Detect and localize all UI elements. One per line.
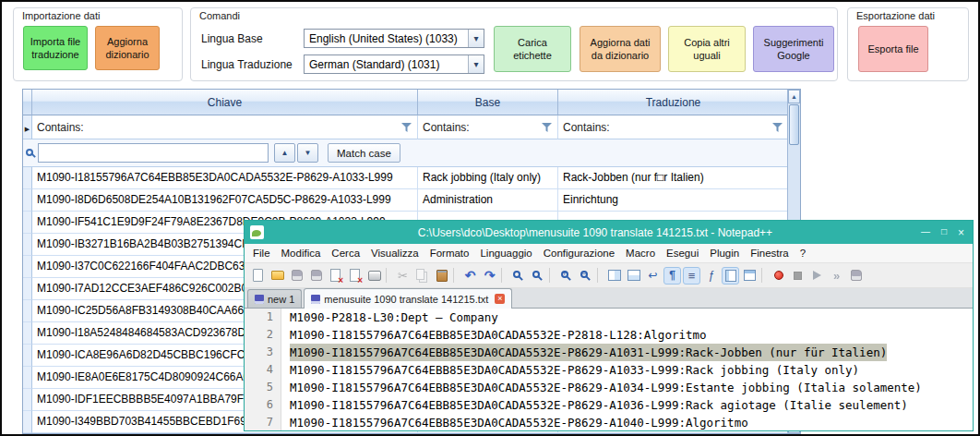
carica-etichette-button[interactable]: Carica etichette — [494, 26, 571, 72]
word-wrap-icon[interactable] — [644, 267, 662, 285]
toolbar-separator — [453, 268, 459, 283]
open-file-icon[interactable] — [269, 267, 286, 285]
row-selector-cell[interactable] — [23, 322, 32, 345]
save-all-icon[interactable] — [307, 267, 325, 285]
close-all-icon[interactable] — [346, 267, 364, 285]
replace-icon[interactable] — [529, 267, 546, 285]
suggerimenti-google-button[interactable]: Suggerimenti Google — [753, 26, 834, 72]
line-number: 4 — [245, 361, 281, 379]
menu-item[interactable]: ? — [795, 248, 811, 259]
chevron-down-icon[interactable] — [468, 30, 484, 47]
column-header-base[interactable]: Base — [418, 90, 558, 115]
redo-icon[interactable] — [481, 267, 498, 285]
cell-base[interactable]: Administration — [418, 189, 558, 212]
row-selector-cell[interactable] — [23, 345, 32, 367]
scroll-up-icon[interactable] — [788, 90, 800, 103]
copy-icon[interactable] — [413, 267, 431, 285]
toolbar-separator — [386, 268, 391, 283]
row-selector-cell[interactable] — [23, 234, 32, 256]
scrollbar-thumb[interactable] — [789, 104, 799, 145]
cell-chiave[interactable]: M1090-I18155796A7C64EBB85E3DA0CADA5532E-… — [32, 167, 418, 189]
column-header-traduzione[interactable]: Traduzione — [558, 90, 789, 115]
find-icon[interactable] — [509, 267, 527, 285]
zoom-out-icon[interactable] — [577, 267, 594, 285]
menu-item[interactable]: Esegui — [661, 248, 704, 259]
document-switcher-icon[interactable] — [741, 267, 759, 285]
row-selector-cell[interactable] — [23, 367, 32, 389]
row-selector-cell[interactable] — [23, 300, 32, 322]
filter-cell-chiave[interactable]: Contains: — [32, 115, 418, 139]
base-language-select[interactable]: English (United States) (1033) — [304, 29, 484, 48]
filter-cell-base[interactable]: Contains: — [418, 115, 558, 139]
search-input[interactable] — [38, 143, 269, 163]
undo-icon[interactable] — [461, 267, 479, 285]
row-selector-cell[interactable] — [23, 278, 32, 300]
menu-item[interactable]: Finestra — [745, 248, 795, 259]
paste-icon[interactable] — [433, 267, 450, 285]
zoom-in-icon[interactable] — [557, 267, 575, 285]
tab-new-1[interactable]: new 1 — [247, 289, 302, 308]
playback-macro-icon[interactable] — [808, 267, 826, 285]
stop-record-icon[interactable] — [789, 267, 807, 285]
cell-traduzione[interactable]: Einrichtung — [558, 189, 789, 212]
menu-item[interactable]: Visualizza — [365, 248, 424, 259]
minimize-icon[interactable] — [921, 226, 930, 239]
aggiorna-dizionario-button[interactable]: Aggiorna dizionario — [95, 26, 160, 70]
row-selector-cell[interactable] — [23, 189, 32, 212]
new-file-icon[interactable] — [249, 267, 267, 285]
row-selector-cell[interactable] — [23, 167, 32, 189]
cell-traduzione[interactable]: Rack-Jobben (nur f□r Italien) — [558, 167, 789, 189]
notepad-editor[interactable]: 1M1090-P2818-L30:Dept – Company2M1090-I1… — [245, 309, 973, 430]
record-macro-icon[interactable] — [770, 267, 787, 285]
filter-funnel-icon[interactable] — [772, 123, 783, 132]
row-selector-cell[interactable] — [23, 212, 32, 234]
copia-altri-uguali-button[interactable]: Copia altri uguali — [668, 26, 746, 72]
close-file-icon[interactable] — [327, 267, 344, 285]
row-selector-cell[interactable] — [23, 256, 32, 278]
run-macro-multiple-icon[interactable] — [828, 267, 845, 285]
table-row[interactable]: M1090-I18155796A7C64EBB85E3DA0CADA5532E-… — [23, 167, 789, 189]
document-map-icon[interactable] — [722, 267, 739, 285]
close-tab-icon[interactable] — [495, 294, 505, 304]
match-case-button[interactable]: Match case — [328, 143, 400, 163]
cell-chiave[interactable]: M1090-I8D6D6508DE254A10B131962F07CA5D5C-… — [32, 189, 418, 212]
function-list-icon[interactable] — [702, 267, 720, 285]
menu-item[interactable]: Plugin — [704, 248, 745, 259]
translation-language-select[interactable]: German (Standard) (1031) — [304, 54, 484, 74]
filter-funnel-icon[interactable] — [401, 123, 412, 132]
cut-icon[interactable] — [394, 267, 412, 285]
indent-guide-icon[interactable] — [683, 267, 700, 285]
save-macro-icon[interactable] — [847, 267, 865, 285]
table-row[interactable]: M1090-I8D6D6508DE254A10B131962F07CA5D5C-… — [23, 189, 789, 212]
print-icon[interactable] — [365, 267, 383, 285]
importa-file-traduzione-button[interactable]: Importa file traduzione — [23, 26, 88, 70]
search-next-button[interactable] — [297, 143, 318, 163]
row-selector-cell[interactable] — [23, 389, 32, 411]
filter-cell-traduzione[interactable]: Contains: — [558, 115, 789, 139]
close-icon[interactable] — [958, 226, 964, 239]
cell-base[interactable]: Rack jobbing (Italy only) — [418, 167, 558, 189]
chevron-down-icon[interactable] — [468, 55, 484, 73]
menu-item[interactable]: Configurazione — [538, 248, 620, 259]
aggiorna-dati-da-dizionario-button[interactable]: Aggiorna dati da dizionario — [580, 26, 661, 72]
tab-menusuite-file[interactable]: menusuite 1090 translate 141215.txt — [304, 288, 512, 309]
sync-horizontal-icon[interactable] — [625, 267, 642, 285]
line-text: M1090-I18155796A7C64EBB85E3DA0CADA5532E-… — [290, 379, 922, 396]
column-header-chiave[interactable]: Chiave — [32, 90, 418, 115]
esporta-file-button[interactable]: Esporta file — [858, 26, 928, 72]
menu-item[interactable]: Cerca — [326, 248, 365, 259]
line-text: M1090-I18155796A7C64EBB85E3DA0CADA5532E-… — [290, 344, 887, 361]
search-previous-button[interactable] — [274, 143, 295, 163]
notepad-title-bar[interactable]: C:\Users\dco\Desktop\menusuite 1090 tran… — [245, 221, 973, 244]
menu-item[interactable]: File — [247, 248, 276, 259]
row-selector-cell[interactable] — [23, 411, 32, 433]
show-all-characters-icon[interactable] — [663, 267, 681, 285]
maximize-icon[interactable] — [941, 226, 947, 239]
filter-funnel-icon[interactable] — [542, 123, 552, 132]
save-file-icon[interactable] — [288, 267, 305, 285]
menu-item[interactable]: Modifica — [276, 248, 327, 259]
menu-item[interactable]: Linguaggio — [474, 248, 537, 259]
menu-item[interactable]: Formato — [424, 248, 475, 259]
menu-item[interactable]: Macro — [620, 248, 661, 259]
sync-vertical-icon[interactable] — [605, 267, 623, 285]
